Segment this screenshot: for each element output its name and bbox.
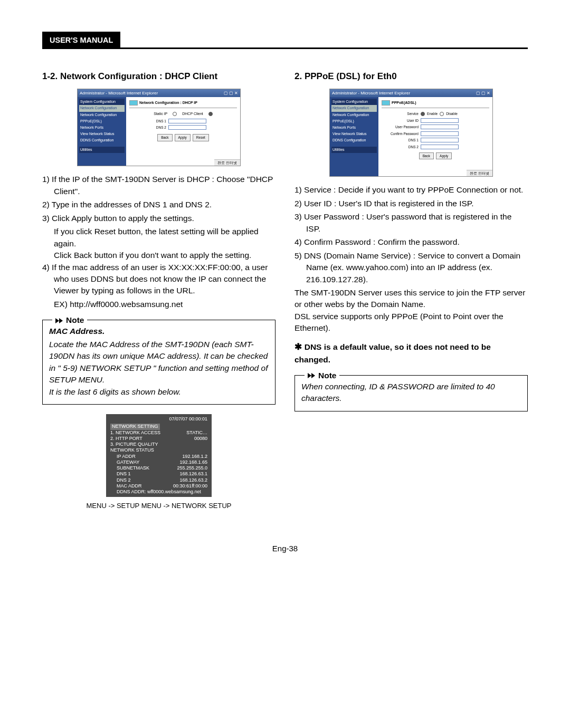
sidebar-group: Utilities (79, 147, 125, 153)
field-label: DNS 2 (129, 125, 166, 130)
reset-button: Reset (193, 134, 209, 141)
panel-title: PPPoE(ADSL) (392, 101, 416, 104)
osd-panel: 07/07/07 00:00:01 NETWORK SETTING 1. NET… (106, 414, 212, 497)
list-sub: If you click Reset button, the latest se… (42, 226, 276, 250)
list-item: 2) Type in the addresses of DNS 1 and DN… (42, 199, 276, 210)
sidebar-item: Network Ports (79, 124, 125, 131)
apply-button: Apply (175, 134, 191, 141)
radio-dhcp: DHCP Client (182, 111, 203, 117)
sidebar-item: Network Configuration (79, 112, 125, 118)
panel-title: Network Configuration : DHCP IP (139, 101, 197, 104)
right-title: 2. PPPoE (DSL) for Eth0 (294, 70, 528, 83)
osd-timestamp: 07/07/07 00:00:01 (110, 416, 207, 422)
status-footer: 완료 인터넷 (214, 159, 240, 166)
back-button: Back (157, 134, 172, 141)
apply-button: Apply (436, 152, 452, 159)
page-number: Eng-38 (42, 543, 528, 554)
left-title: 1-2. Network Configuration : DHCP Client (42, 70, 276, 83)
radio-static: Static IP (154, 111, 167, 117)
sidebar-item: View Network Status (331, 131, 377, 137)
sidebar-group-active: Network Configuration (331, 105, 377, 111)
sidebar-group: System Configuration (79, 99, 125, 105)
list-item: 3) User Password : User's password that … (294, 211, 528, 235)
paragraph: The SMT-190DN Server uses this service t… (294, 287, 528, 311)
header-rule (120, 47, 528, 49)
list-item: 4) Confirm Password : Confirm the passwo… (294, 236, 528, 248)
note-title: Note (66, 314, 84, 326)
pppoe-screenshot: Administrator - Microsoft Internet Explo… (329, 89, 493, 177)
header-tab: USER'S MANUAL (42, 32, 120, 49)
note-body: When connecting, ID & PASSWORD are limit… (301, 381, 521, 405)
osd-section: NETWORK STATUS (110, 447, 207, 453)
osd-caption: MENU -> SETUP MENU -> NETWORK SETUP (42, 501, 276, 511)
left-column: 1-2. Network Configuration : DHCP Client… (42, 70, 276, 511)
note-icon (308, 373, 316, 378)
sidebar-item: View Network Status (79, 131, 125, 137)
window-title: Administrator - Microsoft Internet Explo… (332, 90, 410, 97)
list-item: 1) Service : Decide if you want to try P… (294, 184, 528, 196)
list-item: 4) If the mac address of an user is XX:X… (42, 262, 276, 297)
header: USER'S MANUAL (42, 32, 528, 49)
back-button: Back (419, 152, 434, 159)
list-item: 5) DNS (Domain Name Service) : Service t… (294, 250, 528, 285)
window-controls: ▢ ▢ ✕ (476, 90, 490, 97)
list-sub: Click Back button if you don't want to a… (42, 250, 276, 261)
bold-note: ✱ DNS is a default value, so it does not… (294, 341, 528, 366)
right-column: 2. PPPoE (DSL) for Eth0 Administrator - … (294, 70, 528, 511)
note-body: Locate the MAC Address of the SMT-190DN … (49, 339, 269, 398)
list-item: 3) Click Apply button to apply the setti… (42, 213, 276, 224)
paragraph: DSL service supports only PPPoE (Point t… (294, 311, 528, 334)
sidebar-item: Network Ports (331, 124, 377, 131)
status-footer: 완료 인터넷 (467, 170, 492, 176)
window-title: Administrator - Microsoft Internet Explo… (80, 90, 158, 97)
note-subtitle: MAC Address. (49, 325, 269, 337)
field-label: DNS 1 (129, 119, 166, 123)
note-box: Note MAC Address. Locate the MAC Address… (42, 320, 276, 405)
list-sub: EX) http://wff0000.websamsung.net (42, 299, 276, 310)
window-controls: ▢ ▢ ✕ (224, 90, 238, 97)
sidebar-item: DDNS Configuration (79, 137, 125, 143)
sidebar-group: System Configuration (331, 99, 377, 105)
osd-section: NETWORK SETTING (110, 424, 160, 429)
list-item: 1) If the IP of the SMT-190DN Server is … (42, 174, 276, 197)
sidebar-item: DDNS Configuration (331, 137, 377, 143)
sidebar-item: PPPoE(DSL) (331, 118, 377, 124)
dhcp-screenshot: Administrator - Microsoft Internet Explo… (77, 89, 241, 167)
sidebar-group-active: Network Configuration (79, 105, 125, 111)
note-icon (55, 318, 64, 323)
note-legend: Note (305, 370, 339, 381)
sidebar-item: PPPoE(DSL) (79, 118, 125, 124)
note-box: Note When connecting, ID & PASSWORD are … (294, 375, 528, 411)
note-legend: Note (52, 314, 87, 326)
note-title: Note (318, 370, 336, 381)
list-item: 2) User ID : User's ID that is registere… (294, 198, 528, 209)
sidebar-group: Utilities (331, 147, 377, 153)
sidebar-item: Network Configuration (331, 112, 377, 118)
